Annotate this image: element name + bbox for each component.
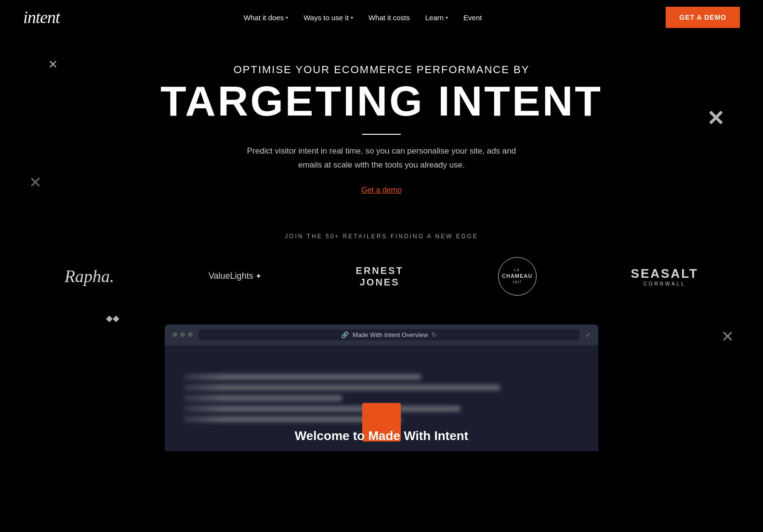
nav-item-event[interactable]: Event — [463, 13, 482, 22]
logos-row: Rapha. ValueLights ✦ ERNESTJONES LE CHAM… — [23, 257, 740, 296]
hero-section: OPTIMISE YOUR ECOMMERCE PERFORMANCE BY T… — [0, 35, 763, 214]
logo-rapha: Rapha. — [65, 266, 114, 286]
browser-dot-red — [172, 332, 177, 337]
logos-section: JOIN THE 50+ RETAILERS FINDING A NEW EDG… — [0, 214, 763, 315]
nav-label-what-it-costs: What it costs — [368, 13, 410, 22]
hero-divider — [362, 134, 401, 135]
nav-item-ways-to-use[interactable]: Ways to use it ▾ — [303, 13, 353, 22]
hero-title: TARGETING INTENT — [10, 80, 753, 122]
browser-window: 🔗 Made With Intent Overview ↻ ⤢ Welcome … — [165, 324, 598, 451]
hero-description: Predict visitor intent in real time, so … — [247, 144, 516, 172]
seasalt-main-text: SEASALT — [631, 266, 698, 281]
expand-icon[interactable]: ⤢ — [585, 331, 591, 338]
brand-logo[interactable]: intent — [23, 7, 60, 27]
logo-le-chameau: LE CHAMEAU 1927 — [498, 257, 537, 296]
browser-url-text: Made With Intent Overview — [353, 331, 428, 338]
browser-url-bar[interactable]: 🔗 Made With Intent Overview ↻ — [198, 329, 579, 340]
nav-label-ways-to-use: Ways to use it — [303, 13, 349, 22]
nav-item-what-it-does[interactable]: What it does ▾ — [244, 13, 288, 22]
chevron-down-icon: ▾ — [351, 15, 353, 20]
video-section: 🔗 Made With Intent Overview ↻ ⤢ Welcome … — [0, 315, 763, 451]
browser-content: Welcome to Made With Intent — [165, 345, 598, 451]
hero-cta-button[interactable]: Get a demo — [361, 186, 402, 195]
valuelights-text: ValueLights — [209, 271, 253, 281]
chevron-down-icon: ▾ — [286, 15, 288, 20]
link-icon: 🔗 — [341, 331, 349, 338]
video-welcome-text: Welcome to Made With Intent — [165, 428, 598, 443]
nav-label-what-it-does: What it does — [244, 13, 284, 22]
logo-seasalt: SEASALT CORNWALL — [631, 266, 698, 286]
nav-label-event: Event — [463, 13, 482, 22]
nav-label-learn: Learn — [425, 13, 444, 22]
browser-bar: 🔗 Made With Intent Overview ↻ ⤢ — [165, 324, 598, 345]
nav-item-learn[interactable]: Learn ▾ — [425, 13, 448, 22]
get-demo-button[interactable]: GET A DEMO — [666, 7, 740, 28]
browser-dot-green — [188, 332, 193, 337]
navigation: intent What it does ▾ Ways to use it ▾ W… — [0, 0, 763, 35]
valuelights-icon: ✦ — [255, 272, 262, 281]
browser-traffic-lights — [172, 332, 193, 337]
reload-icon: ↻ — [432, 331, 437, 338]
logo-ernest-jones: ERNESTJONES — [356, 265, 404, 288]
browser-dot-yellow — [180, 332, 185, 337]
hero-subtitle: OPTIMISE YOUR ECOMMERCE PERFORMANCE BY — [10, 64, 753, 76]
logo-valuelights: ValueLights ✦ — [209, 271, 262, 281]
chevron-down-icon: ▾ — [446, 15, 448, 20]
nav-links: What it does ▾ Ways to use it ▾ What it … — [244, 13, 482, 22]
logos-heading: JOIN THE 50+ RETAILERS FINDING A NEW EDG… — [23, 233, 740, 240]
nav-item-what-it-costs[interactable]: What it costs — [368, 13, 410, 22]
seasalt-sub-text: CORNWALL — [631, 281, 698, 286]
